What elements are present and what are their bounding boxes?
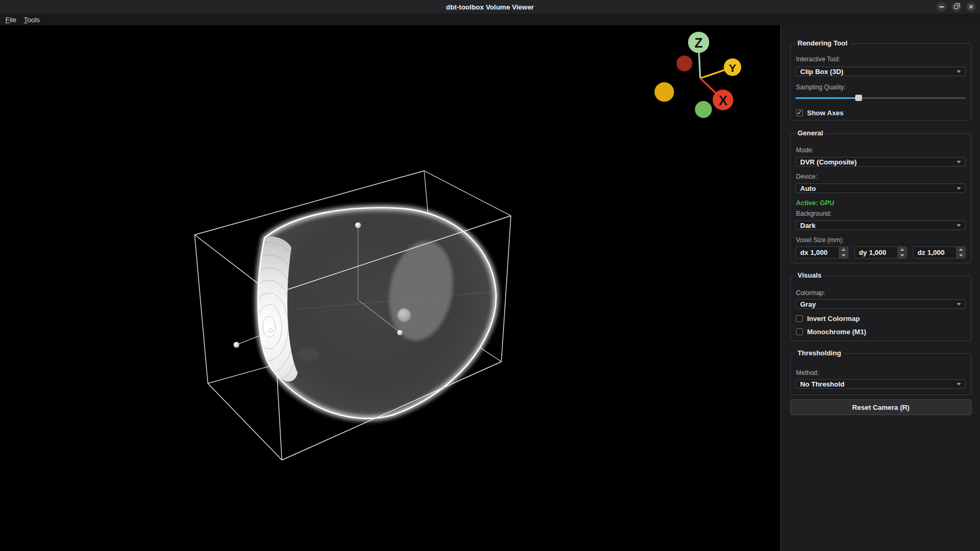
invert-colormap-label: Invert Colormap <box>807 315 860 323</box>
spinner-arrows[interactable] <box>956 247 965 258</box>
close-button[interactable]: ✕ <box>966 2 976 12</box>
volume-render-canvas[interactable]: Z Y X <box>0 25 780 551</box>
center-handle-sphere[interactable] <box>397 330 402 335</box>
threshold-method-value: No Threshold <box>800 380 957 388</box>
mode-value: DVR (Composite) <box>800 158 957 166</box>
voxel-size-label: Voxel Size (mm): <box>796 236 844 244</box>
minimize-icon <box>939 6 944 7</box>
threshold-method-select[interactable]: No Threshold <box>795 379 966 389</box>
spin-down-icon <box>900 254 904 256</box>
menu-tools[interactable]: Tools <box>24 16 40 24</box>
monochrome-checkbox[interactable] <box>796 328 803 335</box>
voxel-dz-prefix: dz <box>918 249 925 256</box>
group-general-title: General <box>795 129 826 137</box>
close-icon: ✕ <box>968 4 974 10</box>
top-handle-sphere[interactable] <box>355 223 361 228</box>
title-bar: dbt-toolbox Volume Viewer ✕ <box>0 0 980 14</box>
chevron-down-icon <box>957 161 961 163</box>
group-rendering-tool: Rendering Tool Interactive Tool: Clip Bo… <box>790 43 972 121</box>
voxel-dy-prefix: dy <box>859 249 867 256</box>
chevron-down-icon <box>957 70 961 73</box>
reset-camera-button[interactable]: Reset Camera (R) <box>790 399 972 415</box>
maximize-button[interactable] <box>951 2 961 12</box>
left-handle-sphere[interactable] <box>234 342 240 348</box>
chevron-down-icon <box>957 383 961 385</box>
chevron-down-icon <box>957 187 961 190</box>
maximize-icon <box>954 5 958 9</box>
colormap-value: Gray <box>800 300 957 308</box>
voxel-size-row: dx1,000 dy1,000 dz1,000 <box>795 246 966 259</box>
spin-up-icon <box>959 249 963 251</box>
slider-fill <box>795 97 858 99</box>
interactive-tool-label: Interactive Tool: <box>796 56 840 63</box>
group-general: General Mode: DVR (Composite) Device: Au… <box>790 133 972 263</box>
gizmo-negative-x-sphere[interactable] <box>676 56 692 71</box>
menu-tools-rest: ools <box>27 16 40 24</box>
background-label: Background: <box>796 210 831 217</box>
spinner-arrows[interactable] <box>839 247 848 258</box>
mode-label: Mode: <box>796 146 813 154</box>
monochrome-row[interactable]: Monochrome (M1) <box>796 328 866 336</box>
gizmo-y-label: Y <box>729 62 736 74</box>
voxel-dy-spinner[interactable]: dy1,000 <box>854 246 907 259</box>
interactive-tool-value: Clip Box (3D) <box>800 68 957 76</box>
check-icon: ✓ <box>796 109 802 116</box>
colormap-select[interactable]: Gray <box>795 299 966 309</box>
gizmo-negative-z-sphere[interactable] <box>695 101 712 118</box>
voxel-dz-value: 1,000 <box>927 249 945 256</box>
mode-select[interactable]: DVR (Composite) <box>795 157 966 167</box>
lesion-sphere <box>398 309 411 322</box>
voxel-dx-prefix: dx <box>800 249 808 256</box>
menu-file-mnemonic: F <box>5 16 10 24</box>
sampling-quality-slider[interactable] <box>795 94 966 102</box>
background-select[interactable]: Dark <box>795 221 966 230</box>
interactive-tool-select[interactable]: Clip Box (3D) <box>795 67 966 76</box>
spin-down-icon <box>959 254 963 256</box>
show-axes-label: Show Axes <box>807 109 844 117</box>
device-select[interactable]: Auto <box>795 183 966 193</box>
monochrome-label: Monochrome (M1) <box>807 328 866 336</box>
invert-colormap-row[interactable]: Invert Colormap <box>796 315 860 323</box>
spinner-arrows[interactable] <box>897 247 906 258</box>
gizmo-negative-y-sphere[interactable] <box>655 82 674 102</box>
gizmo-z-label: Z <box>694 35 702 50</box>
background-value: Dark <box>800 222 957 229</box>
voxel-dz-spinner[interactable]: dz1,000 <box>913 246 966 259</box>
spin-up-icon <box>841 249 846 251</box>
sampling-quality-label: Sampling Quality: <box>796 84 846 91</box>
chevron-down-icon <box>957 303 961 306</box>
group-thresholding-title: Thresholding <box>795 349 844 357</box>
gizmo-x-label: X <box>719 93 728 108</box>
menu-file[interactable]: File <box>5 16 16 24</box>
chevron-down-icon <box>957 224 961 227</box>
device-label: Device: <box>796 173 817 180</box>
minimize-button[interactable] <box>937 2 946 12</box>
method-label: Method: <box>796 369 819 376</box>
control-panel: Rendering Tool Interactive Tool: Clip Bo… <box>780 25 980 551</box>
voxel-dy-value: 1,000 <box>869 249 886 256</box>
slider-handle[interactable] <box>855 95 862 101</box>
voxel-dx-value: 1,000 <box>810 249 828 256</box>
show-axes-checkbox-row[interactable]: ✓ Show Axes <box>796 109 844 117</box>
device-value: Auto <box>800 185 957 192</box>
window-title: dbt-toolbox Volume Viewer <box>446 3 534 11</box>
group-visuals: Visuals Colormap: Gray Invert Colormap M… <box>790 276 972 341</box>
spin-down-icon <box>841 254 846 256</box>
invert-colormap-checkbox[interactable] <box>796 315 803 322</box>
menu-file-rest: ile <box>10 16 16 24</box>
window-controls: ✕ <box>937 2 976 12</box>
active-device-status: Active: GPU <box>796 199 834 207</box>
voxel-dx-spinner[interactable]: dx1,000 <box>795 246 848 259</box>
faint-blob <box>297 347 320 361</box>
group-visuals-title: Visuals <box>795 271 824 279</box>
spin-up-icon <box>900 249 904 251</box>
app-window: dbt-toolbox Volume Viewer ✕ File Tools <box>0 0 980 551</box>
show-axes-checkbox[interactable]: ✓ <box>796 109 803 116</box>
group-thresholding: Thresholding Method: No Threshold <box>790 353 972 395</box>
viewport-3d[interactable]: Z Y X <box>0 25 780 551</box>
menu-bar: File Tools <box>0 14 980 25</box>
colormap-label: Colormap: <box>796 289 825 297</box>
group-rendering-tool-title: Rendering Tool <box>795 39 850 47</box>
